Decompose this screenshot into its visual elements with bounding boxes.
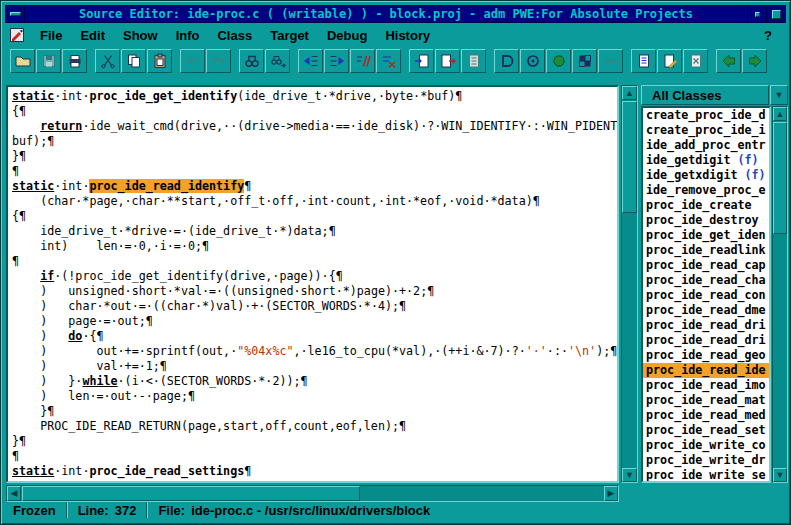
breakpoint-button[interactable]: [520, 49, 545, 73]
scroll-left-icon[interactable]: ◀: [7, 486, 21, 501]
class-list-item[interactable]: proc_ide_read_set: [643, 423, 769, 438]
classes-vscrollbar[interactable]: ▲ ▼: [772, 106, 788, 483]
function-name: proc_ide_readlink: [646, 243, 766, 257]
toolbar: [5, 46, 786, 75]
menu-item-class[interactable]: Class: [208, 28, 261, 43]
scroll-down-icon[interactable]: ▼: [773, 468, 787, 482]
check-out-button[interactable]: [435, 49, 460, 73]
class-list-item[interactable]: proc_ide_read_med: [643, 408, 769, 423]
checker-icon: [577, 53, 593, 69]
redo-button[interactable]: [206, 49, 231, 73]
window-menu-button[interactable]: [6, 6, 25, 22]
classes-dropdown[interactable]: All Classes ▼: [641, 85, 788, 105]
menu-item-file[interactable]: File: [31, 28, 71, 43]
code-line: static·int·proc_ide_get_identify(ide_dri…: [12, 89, 617, 104]
scroll-right-icon[interactable]: ▶: [604, 486, 618, 501]
redo-arrow-icon: [211, 53, 227, 69]
class-list-item[interactable]: proc_ide_write_se: [643, 468, 769, 483]
menu-item-debug[interactable]: Debug: [318, 28, 376, 43]
make-button[interactable]: [598, 49, 623, 73]
code-line: ) page·=·out;¶: [12, 314, 617, 329]
save-button[interactable]: [36, 49, 61, 73]
shift-left-button[interactable]: [298, 49, 323, 73]
undo-button[interactable]: [180, 49, 205, 73]
edit-file-button[interactable]: [657, 49, 682, 73]
close-file-button[interactable]: [683, 49, 708, 73]
class-list-item[interactable]: proc_ide_read_cap: [643, 258, 769, 273]
function-name: proc_ide_read_imo: [646, 378, 766, 392]
editor-vscrollbar[interactable]: ▲ ▼: [621, 85, 638, 483]
debugger-button[interactable]: [494, 49, 519, 73]
class-list-item[interactable]: proc_ide_read_dri: [643, 318, 769, 333]
menu-item-show[interactable]: Show: [114, 28, 167, 43]
function-name: ide_getdigit: [646, 153, 730, 167]
class-list-item[interactable]: proc_ide_read_ide: [643, 363, 769, 378]
class-list-item[interactable]: proc_ide_read_con: [643, 288, 769, 303]
minimize-button[interactable]: [747, 6, 766, 22]
history-back-button[interactable]: [716, 49, 741, 73]
find-button[interactable]: [239, 49, 264, 73]
uncomment-button[interactable]: [376, 49, 401, 73]
help-menu[interactable]: ?: [750, 28, 786, 43]
class-list-item[interactable]: proc_ide_read_imo: [643, 378, 769, 393]
class-list-item[interactable]: proc_ide_get_iden: [643, 228, 769, 243]
class-list-item[interactable]: ide_getdigit (f): [643, 153, 769, 168]
menu-item-history[interactable]: History: [376, 28, 439, 43]
maximize-button[interactable]: [766, 6, 785, 22]
shift-right-button[interactable]: [324, 49, 349, 73]
file-info-button[interactable]: [461, 49, 486, 73]
source-editor-icon: [9, 27, 25, 43]
function-name: proc_ide_read_geo: [646, 348, 766, 362]
open-button[interactable]: [10, 49, 35, 73]
class-list-item[interactable]: create_proc_ide_i: [643, 123, 769, 138]
class-list-item[interactable]: proc_ide_create: [643, 198, 769, 213]
editor-hscroll-thumb[interactable]: [22, 486, 360, 501]
cut-button[interactable]: [95, 49, 120, 73]
menu-item-target[interactable]: Target: [261, 28, 318, 43]
function-name: proc_ide_read_ide: [646, 363, 766, 377]
build-button[interactable]: [572, 49, 597, 73]
class-list-item[interactable]: proc_ide_read_mat: [643, 393, 769, 408]
scroll-up-icon[interactable]: ▲: [622, 86, 637, 100]
class-list-item[interactable]: proc_ide_destroy: [643, 213, 769, 228]
class-list-item[interactable]: ide_getxdigit (f): [643, 168, 769, 183]
binoculars-icon: [244, 53, 260, 69]
class-list-item[interactable]: create_proc_ide_d: [643, 108, 769, 123]
class-list-item[interactable]: ide_remove_proc_e: [643, 183, 769, 198]
run-button[interactable]: [546, 49, 571, 73]
menu-item-info[interactable]: Info: [167, 28, 209, 43]
status-separator: [66, 502, 68, 518]
class-list-item[interactable]: proc_ide_read_dme: [643, 303, 769, 318]
code-line: ¶: [12, 254, 617, 269]
page-plain-icon: [466, 53, 482, 69]
goto-definition-button[interactable]: [631, 49, 656, 73]
history-forward-button[interactable]: [742, 49, 767, 73]
print-button[interactable]: [62, 49, 87, 73]
copy-button[interactable]: [121, 49, 146, 73]
class-list-item[interactable]: proc_ide_write_dr: [643, 453, 769, 468]
comment-button[interactable]: [350, 49, 375, 73]
function-name: proc_ide_read_cap: [646, 258, 766, 272]
scroll-up-icon[interactable]: ▲: [773, 107, 787, 121]
class-list-item[interactable]: ide_add_proc_entr: [643, 138, 769, 153]
class-list-item[interactable]: proc_ide_readlink: [643, 243, 769, 258]
class-list-item[interactable]: proc_ide_read_dri: [643, 333, 769, 348]
copy-icon: [126, 53, 142, 69]
file-path: ide-proc.c - /usr/src/linux/drivers/bloc…: [191, 503, 430, 518]
class-list-item[interactable]: proc_ide_write_co: [643, 438, 769, 453]
function-name: ide_getxdigit: [646, 168, 737, 182]
editor-vscroll-thumb[interactable]: [622, 101, 637, 213]
classes-vscroll-thumb[interactable]: [773, 122, 787, 234]
menu-item-edit[interactable]: Edit: [71, 28, 114, 43]
editor[interactable]: static·int·proc_ide_get_identify(ide_dri…: [6, 85, 619, 483]
class-list-item[interactable]: proc_ide_read_geo: [643, 348, 769, 363]
chevron-down-icon[interactable]: ▼: [770, 85, 788, 105]
source-editor-window: Source Editor: ide-proc.c ( (writable) )…: [0, 0, 791, 525]
paste-button[interactable]: [147, 49, 172, 73]
check-in-button[interactable]: [409, 49, 434, 73]
find-next-button[interactable]: [265, 49, 290, 73]
scroll-down-icon[interactable]: ▼: [622, 468, 637, 482]
function-name: create_proc_ide_d: [646, 108, 766, 122]
class-list-item[interactable]: proc_ide_read_cha: [643, 273, 769, 288]
titlebar[interactable]: Source Editor: ide-proc.c ( (writable) )…: [5, 5, 786, 23]
